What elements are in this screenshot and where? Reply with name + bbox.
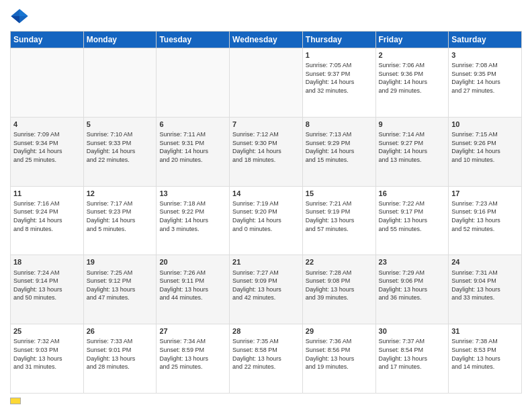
calendar-day-20: 20Sunrise: 7:26 AM Sunset: 9:11 PM Dayli… (157, 255, 230, 324)
calendar-day-18: 18Sunrise: 7:24 AM Sunset: 9:14 PM Dayli… (11, 255, 84, 324)
calendar-day-3: 3Sunrise: 7:08 AM Sunset: 9:35 PM Daylig… (449, 48, 522, 118)
header (10, 7, 522, 26)
day-info: Sunrise: 7:12 AM Sunset: 9:30 PM Dayligh… (232, 130, 300, 164)
day-info: Sunrise: 7:34 AM Sunset: 8:59 PM Dayligh… (159, 337, 226, 371)
calendar-day-4: 4Sunrise: 7:09 AM Sunset: 9:34 PM Daylig… (11, 117, 84, 186)
calendar-day-28: 28Sunrise: 7:35 AM Sunset: 8:58 PM Dayli… (230, 324, 303, 394)
weekday-header-saturday: Saturday (449, 32, 522, 48)
calendar-day-empty (11, 48, 84, 118)
day-info: Sunrise: 7:06 AM Sunset: 9:36 PM Dayligh… (379, 61, 446, 95)
day-info: Sunrise: 7:33 AM Sunset: 9:01 PM Dayligh… (87, 337, 154, 371)
calendar-week-0: 1Sunrise: 7:05 AM Sunset: 9:37 PM Daylig… (11, 48, 522, 118)
weekday-header-row: SundayMondayTuesdayWednesdayThursdayFrid… (11, 32, 522, 48)
day-info: Sunrise: 7:24 AM Sunset: 9:14 PM Dayligh… (13, 269, 81, 302)
day-number: 8 (306, 120, 373, 129)
day-number: 1 (306, 50, 373, 60)
day-number: 18 (13, 257, 81, 267)
calendar-day-13: 13Sunrise: 7:18 AM Sunset: 9:22 PM Dayli… (157, 186, 230, 255)
day-number: 15 (306, 189, 373, 198)
day-number: 24 (451, 257, 519, 267)
logo (10, 7, 32, 26)
day-info: Sunrise: 7:18 AM Sunset: 9:22 PM Dayligh… (159, 199, 226, 233)
day-number: 30 (379, 326, 446, 336)
day-number: 12 (87, 189, 154, 198)
day-info: Sunrise: 7:21 AM Sunset: 9:19 PM Dayligh… (306, 199, 373, 233)
calendar-day-12: 12Sunrise: 7:17 AM Sunset: 9:23 PM Dayli… (83, 186, 157, 255)
calendar-day-7: 7Sunrise: 7:12 AM Sunset: 9:30 PM Daylig… (230, 117, 303, 186)
day-number: 2 (379, 50, 446, 60)
day-number: 19 (87, 257, 154, 267)
weekday-header-tuesday: Tuesday (157, 32, 230, 48)
calendar-week-2: 11Sunrise: 7:16 AM Sunset: 9:24 PM Dayli… (11, 186, 522, 255)
weekday-header-wednesday: Wednesday (230, 32, 303, 48)
day-info: Sunrise: 7:08 AM Sunset: 9:35 PM Dayligh… (451, 61, 519, 95)
day-info: Sunrise: 7:09 AM Sunset: 9:34 PM Dayligh… (13, 130, 81, 164)
calendar-day-empty (157, 48, 230, 118)
day-info: Sunrise: 7:23 AM Sunset: 9:16 PM Dayligh… (451, 199, 519, 233)
day-number: 3 (451, 50, 519, 60)
day-number: 13 (159, 189, 226, 198)
calendar-table: SundayMondayTuesdayWednesdayThursdayFrid… (10, 31, 522, 394)
day-number: 27 (159, 326, 226, 336)
day-number: 17 (451, 189, 519, 198)
calendar-day-22: 22Sunrise: 7:28 AM Sunset: 9:08 PM Dayli… (302, 255, 375, 324)
calendar-day-31: 31Sunrise: 7:38 AM Sunset: 8:53 PM Dayli… (449, 324, 522, 394)
day-info: Sunrise: 7:17 AM Sunset: 9:23 PM Dayligh… (87, 199, 154, 233)
logo-icon (10, 7, 29, 26)
day-info: Sunrise: 7:35 AM Sunset: 8:58 PM Dayligh… (232, 337, 300, 371)
day-number: 5 (87, 120, 154, 129)
day-info: Sunrise: 7:22 AM Sunset: 9:17 PM Dayligh… (379, 199, 446, 233)
calendar-day-25: 25Sunrise: 7:32 AM Sunset: 9:03 PM Dayli… (11, 324, 84, 394)
day-number: 22 (306, 257, 373, 267)
calendar-day-27: 27Sunrise: 7:34 AM Sunset: 8:59 PM Dayli… (157, 324, 230, 394)
day-info: Sunrise: 7:15 AM Sunset: 9:26 PM Dayligh… (451, 130, 519, 164)
calendar-day-29: 29Sunrise: 7:36 AM Sunset: 8:56 PM Dayli… (302, 324, 375, 394)
calendar-day-14: 14Sunrise: 7:19 AM Sunset: 9:20 PM Dayli… (230, 186, 303, 255)
day-info: Sunrise: 7:10 AM Sunset: 9:33 PM Dayligh… (87, 130, 154, 164)
day-info: Sunrise: 7:37 AM Sunset: 8:54 PM Dayligh… (379, 337, 446, 371)
weekday-header-friday: Friday (375, 32, 449, 48)
day-info: Sunrise: 7:31 AM Sunset: 9:04 PM Dayligh… (451, 269, 519, 302)
day-info: Sunrise: 7:16 AM Sunset: 9:24 PM Dayligh… (13, 199, 81, 233)
day-number: 29 (306, 326, 373, 336)
calendar-day-11: 11Sunrise: 7:16 AM Sunset: 9:24 PM Dayli… (11, 186, 84, 255)
calendar-day-17: 17Sunrise: 7:23 AM Sunset: 9:16 PM Dayli… (449, 186, 522, 255)
page: SundayMondayTuesdayWednesdayThursdayFrid… (0, 0, 532, 411)
day-info: Sunrise: 7:28 AM Sunset: 9:08 PM Dayligh… (306, 269, 373, 302)
day-number: 20 (159, 257, 226, 267)
daylight-bar-icon (10, 398, 21, 404)
calendar-day-10: 10Sunrise: 7:15 AM Sunset: 9:26 PM Dayli… (449, 117, 522, 186)
svg-marker-2 (11, 16, 19, 24)
calendar-day-9: 9Sunrise: 7:14 AM Sunset: 9:27 PM Daylig… (375, 117, 449, 186)
calendar-day-16: 16Sunrise: 7:22 AM Sunset: 9:17 PM Dayli… (375, 186, 449, 255)
day-info: Sunrise: 7:11 AM Sunset: 9:31 PM Dayligh… (159, 130, 226, 164)
weekday-header-sunday: Sunday (11, 32, 84, 48)
calendar-day-empty (230, 48, 303, 118)
day-number: 31 (451, 326, 519, 336)
calendar-day-24: 24Sunrise: 7:31 AM Sunset: 9:04 PM Dayli… (449, 255, 522, 324)
day-info: Sunrise: 7:25 AM Sunset: 9:12 PM Dayligh… (87, 269, 154, 302)
day-number: 23 (379, 257, 446, 267)
day-info: Sunrise: 7:26 AM Sunset: 9:11 PM Dayligh… (159, 269, 226, 302)
calendar-day-26: 26Sunrise: 7:33 AM Sunset: 9:01 PM Dayli… (83, 324, 157, 394)
day-number: 4 (13, 120, 81, 129)
calendar-day-19: 19Sunrise: 7:25 AM Sunset: 9:12 PM Dayli… (83, 255, 157, 324)
day-info: Sunrise: 7:27 AM Sunset: 9:09 PM Dayligh… (232, 269, 300, 302)
day-info: Sunrise: 7:05 AM Sunset: 9:37 PM Dayligh… (306, 61, 373, 95)
day-number: 16 (379, 189, 446, 198)
day-number: 6 (159, 120, 226, 129)
day-number: 7 (232, 120, 300, 129)
weekday-header-thursday: Thursday (302, 32, 375, 48)
calendar-day-5: 5Sunrise: 7:10 AM Sunset: 9:33 PM Daylig… (83, 117, 157, 186)
day-number: 10 (451, 120, 519, 129)
day-number: 26 (87, 326, 154, 336)
footer (10, 398, 522, 404)
svg-marker-1 (19, 9, 28, 17)
day-number: 14 (232, 189, 300, 198)
calendar-day-1: 1Sunrise: 7:05 AM Sunset: 9:37 PM Daylig… (302, 48, 375, 118)
calendar-week-4: 25Sunrise: 7:32 AM Sunset: 9:03 PM Dayli… (11, 324, 522, 394)
calendar-day-6: 6Sunrise: 7:11 AM Sunset: 9:31 PM Daylig… (157, 117, 230, 186)
day-number: 11 (13, 189, 81, 198)
day-info: Sunrise: 7:13 AM Sunset: 9:29 PM Dayligh… (306, 130, 373, 164)
calendar-day-23: 23Sunrise: 7:29 AM Sunset: 9:06 PM Dayli… (375, 255, 449, 324)
